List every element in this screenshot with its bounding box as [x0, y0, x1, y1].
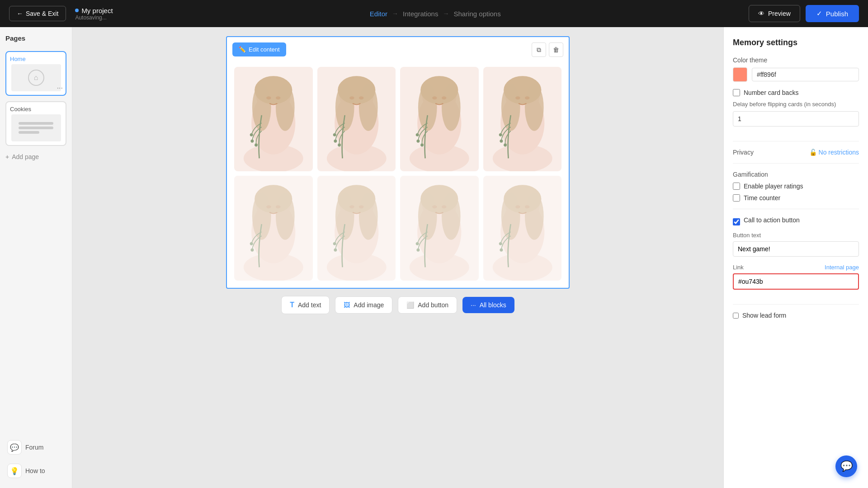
bottom-toolbar: T Add text 🖼 Add image ⬜ Add button ··· … [281, 296, 514, 314]
svg-point-37 [501, 84, 520, 131]
all-blocks-button[interactable]: ··· All blocks [462, 297, 514, 313]
svg-point-7 [250, 140, 254, 143]
cookies-thumbnail [11, 114, 61, 141]
svg-point-69 [442, 193, 461, 240]
svg-point-42 [515, 96, 520, 99]
time-counter-checkbox[interactable] [733, 194, 740, 202]
card-image-8 [483, 176, 562, 280]
memory-card-8[interactable] [483, 176, 562, 280]
page-card-cookies[interactable]: Cookies [5, 101, 66, 146]
svg-point-79 [524, 193, 543, 240]
duplicate-button[interactable]: ⧉ [532, 42, 546, 57]
player-ratings-row: Enable player ratings [733, 183, 859, 190]
woman-illustration-7 [400, 176, 479, 280]
memory-card-4[interactable] [483, 67, 562, 171]
svg-point-83 [524, 206, 529, 209]
status-dot [75, 9, 79, 12]
color-row [733, 67, 859, 82]
button-text-input[interactable] [733, 241, 859, 257]
svg-point-62 [349, 206, 354, 209]
memory-card-3[interactable] [400, 67, 479, 171]
svg-point-38 [524, 84, 543, 131]
show-lead-form-checkbox[interactable] [733, 313, 739, 319]
add-button-button[interactable]: ⬜ Add button [398, 296, 457, 314]
preview-button[interactable]: 👁 Preview [749, 5, 800, 22]
memory-card-5[interactable] [234, 176, 313, 280]
number-card-backs-checkbox[interactable] [733, 89, 740, 96]
svg-point-29 [416, 140, 420, 143]
memory-card-6[interactable] [317, 176, 396, 280]
chat-bubble-button[interactable]: 💬 [835, 455, 857, 477]
home-thumbnail: ⌂ [11, 64, 61, 91]
main-layout: Pages Home ⌂ ··· Cookies + Add page [0, 27, 868, 488]
svg-point-30 [420, 143, 424, 146]
sharing-options-link[interactable]: Sharing options [453, 10, 500, 18]
card-image-2 [317, 67, 396, 171]
woman-illustration-2 [317, 67, 396, 171]
divider-4 [733, 304, 859, 305]
link-input[interactable] [733, 273, 859, 290]
sidebar-title: Pages [5, 34, 66, 42]
privacy-label: Privacy [733, 149, 754, 156]
add-image-button[interactable]: 🖼 Add image [335, 296, 392, 314]
svg-point-81 [500, 249, 503, 252]
cta-row: Call to action button [733, 216, 859, 227]
privacy-row: Privacy 🔓 No restrictions [733, 149, 859, 156]
svg-point-51 [250, 249, 254, 252]
back-arrow-icon: ← [17, 10, 23, 17]
memory-card-1[interactable] [234, 67, 313, 171]
svg-point-17 [333, 133, 336, 136]
page-more-button-home[interactable]: ··· [57, 84, 63, 92]
woman-illustration-4 [483, 67, 562, 171]
edit-content-button[interactable]: ✏️ Edit content [232, 42, 286, 56]
cta-checkbox[interactable] [733, 218, 740, 225]
canvas-area: ✏️ Edit content ⧉ 🗑 [72, 27, 723, 488]
editor-link[interactable]: Editor [370, 10, 387, 18]
home-icon: ⌂ [28, 70, 44, 86]
how-to-tool[interactable]: 💡 How to [5, 461, 66, 481]
enable-player-ratings-label: Enable player ratings [744, 183, 803, 190]
card-image-5 [234, 176, 313, 280]
divider-2 [733, 163, 859, 164]
delay-input[interactable] [733, 111, 859, 127]
save-exit-button[interactable]: ← Save & Exit [9, 6, 66, 21]
svg-point-40 [500, 140, 503, 143]
card-image-3 [400, 67, 479, 171]
color-swatch[interactable] [733, 67, 747, 82]
svg-point-10 [276, 96, 280, 99]
svg-point-61 [334, 249, 337, 252]
publish-button[interactable]: ✓ Publish [806, 5, 859, 22]
memory-card-7[interactable] [400, 176, 479, 280]
svg-point-18 [334, 140, 337, 143]
color-hex-input[interactable] [752, 68, 859, 81]
lock-icon: 🔓 [809, 149, 817, 156]
svg-point-52 [266, 206, 271, 209]
svg-point-70 [416, 242, 419, 245]
text-icon: T [290, 301, 294, 309]
enable-player-ratings-checkbox[interactable] [733, 183, 740, 190]
svg-point-39 [499, 133, 502, 136]
card-image-7 [400, 176, 479, 280]
right-panel: Memory settings Color theme Number card … [723, 27, 868, 488]
woman-illustration-6 [317, 176, 396, 280]
show-lead-form-label: Show lead form [742, 312, 786, 319]
delete-button[interactable]: 🗑 [549, 42, 563, 57]
internal-page-link[interactable]: Internal page [825, 264, 859, 271]
top-right-actions: 👁 Preview ✓ Publish [749, 5, 859, 22]
forum-tool[interactable]: 💬 Forum [5, 437, 66, 457]
add-page-button[interactable]: + Add page [5, 151, 66, 162]
page-name-cookies: Cookies [10, 106, 31, 113]
memory-card-2[interactable] [317, 67, 396, 171]
time-counter-label: Time counter [744, 194, 780, 202]
integrations-link[interactable]: Integrations [403, 10, 438, 18]
svg-point-63 [359, 206, 363, 209]
privacy-value[interactable]: 🔓 No restrictions [809, 149, 859, 156]
nav-links: Editor → Integrations → Sharing options [131, 10, 740, 18]
page-card-home[interactable]: Home ⌂ ··· [5, 51, 66, 96]
svg-point-68 [418, 193, 437, 240]
sidebar-bottom: 💬 Forum 💡 How to [5, 437, 66, 481]
add-text-button[interactable]: T Add text [281, 296, 330, 314]
svg-point-80 [499, 242, 502, 245]
svg-point-58 [335, 193, 354, 240]
svg-point-43 [524, 96, 529, 99]
